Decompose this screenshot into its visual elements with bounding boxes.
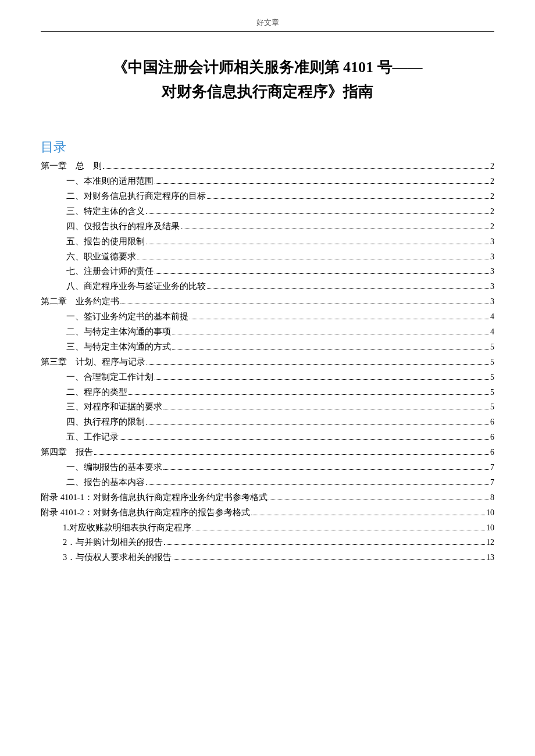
toc-entry-text: 三、对程序和证据的要求 (66, 400, 162, 413)
toc-entry-page: 3 (490, 295, 494, 308)
toc-leader-dots (120, 439, 489, 440)
document-title: 《中国注册会计师相关服务准则第 4101 号—— 对财务信息执行商定程序》指南 (41, 55, 494, 104)
toc-entry-page: 5 (490, 341, 494, 354)
toc-entry-page: 6 (490, 431, 494, 444)
toc-entry-page: 8 (490, 491, 494, 504)
toc-entry[interactable]: 五、工作记录6 (41, 430, 494, 444)
toc-entry-page: 10 (486, 507, 494, 519)
toc-entry-text: 二、对财务信息执行商定程序的目标 (66, 190, 206, 203)
toc-entry-page: 5 (490, 401, 494, 413)
toc-entry-text: 三、特定主体的含义 (66, 205, 145, 218)
toc-entry[interactable]: 五、报告的使用限制3 (41, 235, 494, 248)
toc-entry[interactable]: 二、对财务信息执行商定程序的目标2 (41, 190, 494, 203)
toc-entry-text: 五、工作记录 (66, 430, 119, 444)
toc-entry-page: 7 (490, 476, 494, 489)
toc-leader-dots (129, 394, 489, 395)
toc-leader-dots (251, 515, 485, 515)
toc-entry[interactable]: 二、与特定主体沟通的事项4 (41, 325, 494, 338)
toc-entry-page: 3 (490, 280, 494, 293)
toc-entry[interactable]: 一、编制报告的基本要求7 (41, 461, 494, 474)
toc-entry-text: 第三章 计划、程序与记录 (41, 355, 145, 369)
toc-entry-text: 1.对应收账款明细表执行商定程序 (63, 521, 191, 534)
toc-entry-text: 六、职业道德要求 (66, 250, 136, 263)
header-rule (41, 31, 494, 32)
toc-entry-page: 2 (490, 175, 494, 188)
toc-entry[interactable]: 二、报告的基本内容7 (41, 476, 494, 489)
toc-entry-text: 2．与并购计划相关的报告 (63, 536, 163, 549)
toc-entry-page: 5 (490, 356, 494, 369)
toc-entry-text: 三、与特定主体沟通的方式 (66, 340, 171, 354)
toc-entry[interactable]: 一、合理制定工作计划5 (41, 370, 494, 384)
toc-entry-page: 2 (490, 160, 494, 173)
title-line-2: 对财务信息执行商定程序》指南 (41, 80, 494, 104)
toc-entry-text: 四、执行程序的限制 (66, 415, 145, 429)
toc-entry[interactable]: 3．与债权人要求相关的报告13 (41, 551, 494, 564)
toc-entry-text: 二、程序的类型 (66, 386, 127, 399)
toc-entry-text: 3．与债权人要求相关的报告 (63, 551, 172, 564)
toc-entry-text: 附录 4101-1：对财务信息执行商定程序业务约定书参考格式 (41, 491, 268, 504)
toc-leader-dots (207, 288, 489, 289)
toc-entry-page: 7 (490, 461, 494, 474)
toc-entry-page: 5 (490, 386, 494, 399)
toc-entry-text: 五、报告的使用限制 (66, 235, 145, 248)
toc-leader-dots (269, 500, 489, 500)
toc-entry[interactable]: 三、对程序和证据的要求5 (41, 400, 494, 413)
toc-leader-dots (207, 198, 489, 199)
toc-entry-page: 4 (490, 326, 494, 338)
toc-leader-dots (146, 244, 489, 244)
toc-entry-page: 2 (490, 190, 494, 203)
toc-entry[interactable]: 附录 4101-1：对财务信息执行商定程序业务约定书参考格式8 (41, 491, 494, 504)
toc-entry[interactable]: 1.对应收账款明细表执行商定程序10 (41, 521, 494, 534)
toc-entry-page: 4 (490, 311, 494, 323)
toc-leader-dots (146, 213, 489, 214)
toc-entry-text: 二、与特定主体沟通的事项 (66, 325, 171, 338)
toc-leader-dots (146, 424, 489, 425)
toc-leader-dots (155, 273, 489, 274)
toc-leader-dots (190, 319, 489, 319)
toc-entry-page: 2 (490, 205, 494, 218)
toc-entry-text: 二、报告的基本内容 (66, 476, 145, 489)
toc-entry-text: 附录 4101-2：对财务信息执行商定程序的报告参考格式 (41, 506, 250, 519)
toc-entry-page: 12 (486, 536, 494, 549)
toc-leader-dots (163, 469, 489, 470)
toc-leader-dots (147, 364, 489, 365)
toc-entry[interactable]: 四、执行程序的限制6 (41, 415, 494, 429)
toc-leader-dots (155, 183, 489, 184)
toc-entry-page: 2 (490, 220, 494, 233)
toc-entry[interactable]: 三、与特定主体沟通的方式5 (41, 340, 494, 354)
toc-entry[interactable]: 第三章 计划、程序与记录5 (41, 355, 494, 369)
toc-entry-text: 第四章 报告 (41, 445, 93, 459)
toc-entry[interactable]: 附录 4101-2：对财务信息执行商定程序的报告参考格式10 (41, 506, 494, 519)
toc-entry[interactable]: 八、商定程序业务与鉴证业务的比较3 (41, 280, 494, 293)
toc-entry-text: 一、合理制定工作计划 (66, 370, 154, 384)
toc-leader-dots (163, 409, 489, 409)
toc-entry[interactable]: 六、职业道德要求3 (41, 250, 494, 263)
toc-entry-text: 第二章 业务约定书 (41, 295, 119, 308)
toc-leader-dots (164, 544, 485, 545)
toc-entry[interactable]: 第二章 业务约定书3 (41, 295, 494, 308)
toc-entry-page: 3 (490, 236, 494, 248)
toc-leader-dots (137, 259, 489, 259)
page-header: 好文章 (41, 17, 494, 31)
toc-leader-dots (155, 379, 489, 380)
toc-entry[interactable]: 第一章 总 则2 (41, 159, 494, 173)
toc-entry[interactable]: 一、本准则的适用范围2 (41, 174, 494, 188)
toc-entry-text: 四、仅报告执行的程序及结果 (66, 220, 180, 233)
toc-leader-dots (172, 349, 489, 350)
toc-entry[interactable]: 2．与并购计划相关的报告12 (41, 536, 494, 549)
toc-entry[interactable]: 四、仅报告执行的程序及结果2 (41, 220, 494, 233)
toc-entry-page: 13 (486, 551, 494, 564)
toc-entry-page: 10 (486, 522, 494, 534)
toc-entry-page: 6 (490, 416, 494, 429)
toc-entry-page: 3 (490, 251, 494, 263)
toc-entry[interactable]: 三、特定主体的含义2 (41, 205, 494, 218)
table-of-contents: 第一章 总 则2一、本准则的适用范围2二、对财务信息执行商定程序的目标2三、特定… (41, 159, 494, 565)
toc-entry-text: 八、商定程序业务与鉴证业务的比较 (66, 280, 206, 293)
toc-entry[interactable]: 第四章 报告6 (41, 445, 494, 459)
toc-entry[interactable]: 七、注册会计师的责任3 (41, 265, 494, 278)
toc-leader-dots (172, 334, 489, 334)
toc-heading: 目录 (41, 138, 494, 156)
toc-entry[interactable]: 一、签订业务约定书的基本前提4 (41, 310, 494, 323)
toc-leader-dots (146, 484, 489, 485)
toc-entry[interactable]: 二、程序的类型5 (41, 386, 494, 399)
